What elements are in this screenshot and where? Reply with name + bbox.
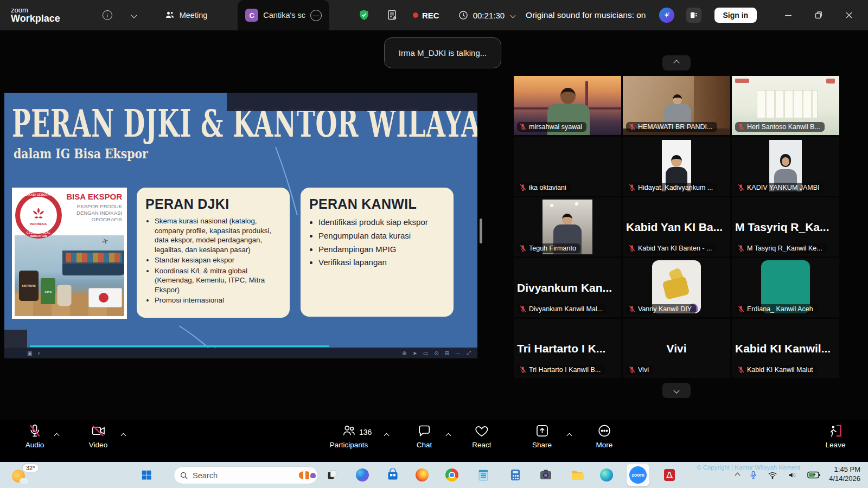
notepad-button[interactable]	[476, 467, 491, 483]
edge-button[interactable]	[599, 467, 614, 483]
participant-tile[interactable]: HEMAWATI BR PANDI...	[623, 76, 730, 135]
video-button[interactable]: Video	[89, 423, 107, 449]
muted-mic-icon	[519, 366, 527, 374]
wifi-icon[interactable]	[767, 470, 778, 480]
bullet: Pengumpulan data kurasi	[318, 230, 445, 242]
audio-button[interactable]: Audio	[25, 423, 44, 449]
next-page-icon[interactable]: ›	[37, 349, 40, 357]
notes-icon[interactable]: ▭	[423, 350, 428, 356]
weather-widget[interactable]: 32°	[12, 464, 39, 483]
chrome-button[interactable]	[444, 467, 459, 483]
more-button[interactable]: More	[596, 423, 613, 449]
muted-mic-icon	[628, 366, 636, 374]
view-layout-icon[interactable]	[686, 8, 701, 23]
camera-button[interactable]	[538, 467, 553, 483]
system-tray	[736, 462, 821, 488]
participant-name-pill: Divyankum Kanwil Mal...	[517, 304, 607, 314]
bullet: Standar kesiapan ekspor	[155, 255, 281, 265]
ai-companion-icon[interactable]	[659, 8, 674, 23]
participants-options-chevron[interactable]	[385, 430, 388, 440]
tray-mic-icon[interactable]	[749, 470, 758, 480]
tray-chevron-icon[interactable]	[735, 472, 741, 478]
participant-tile[interactable]: M Tasyriq R_Ka... M Tasyriq R_Kanwil Ke.…	[732, 197, 839, 256]
sign-in-button[interactable]: Sign in	[714, 8, 757, 23]
chat-button[interactable]: Chat	[417, 423, 432, 449]
acrobat-button[interactable]	[662, 467, 677, 483]
participant-tile[interactable]: Erdiana_ Kanwil Aceh	[732, 258, 839, 317]
active-speaker-toast: Irma M_DJKI is talking...	[384, 37, 501, 68]
file-explorer-button[interactable]	[570, 467, 585, 483]
zoom-in-icon[interactable]: ⊕	[402, 350, 406, 356]
more-label: More	[596, 441, 613, 449]
store-button[interactable]	[385, 467, 400, 483]
taskbar-clock[interactable]: 1:45 PM 4/14/2026	[829, 465, 860, 484]
task-view-button[interactable]	[324, 467, 340, 483]
participant-tile[interactable]: Divyankum Kan... Divyankum Kanwil Mal...	[514, 258, 621, 317]
calculator-button[interactable]	[508, 467, 523, 483]
participant-tile[interactable]: Teguh Firmanto	[514, 197, 621, 256]
page-icon[interactable]: ▣	[27, 350, 32, 356]
participant-tile[interactable]: KADIV YANKUM JAMBI	[732, 137, 839, 196]
share-button[interactable]: Share	[532, 423, 552, 449]
participant-name-pill: Heri Santoso Kanwil B...	[735, 122, 825, 132]
rec-label: REC	[422, 11, 439, 20]
broadcast-icon[interactable]: ⊙	[434, 350, 438, 356]
bullet: Promosi internasional	[155, 296, 281, 305]
share-options-chevron[interactable]	[567, 430, 571, 440]
leave-button[interactable]: Leave	[826, 423, 846, 449]
restore-button[interactable]	[810, 11, 827, 19]
pointer-icon[interactable]: ➤	[412, 350, 417, 356]
chevron-down-icon[interactable]	[131, 12, 137, 18]
close-button[interactable]	[841, 11, 857, 19]
bullet: Pendampingan MPIG	[318, 243, 445, 255]
apps-icon[interactable]: ⊞	[445, 350, 449, 356]
participant-tile[interactable]: Hidayat, Kadivyankum ...	[623, 137, 730, 196]
muted-mic-icon	[628, 305, 636, 313]
security-shield-icon[interactable]	[358, 9, 371, 22]
info-icon[interactable]	[103, 10, 112, 20]
fullscreen-icon[interactable]: ⤢	[467, 350, 471, 356]
clock-time: 1:45 PM	[829, 465, 860, 474]
video-label: Video	[89, 441, 107, 449]
firefox-button[interactable]	[414, 467, 430, 483]
camera-icon	[539, 469, 552, 481]
battery-icon[interactable]	[807, 470, 821, 480]
participant-tile[interactable]: Vivi Vivi	[623, 319, 730, 378]
participant-tile[interactable]: Heri Santoso Kanwil B...	[732, 76, 839, 135]
muted-mic-icon	[737, 366, 745, 374]
card-djki-title: PERAN DJKI	[145, 196, 281, 212]
muted-camera-icon	[91, 423, 105, 438]
participant-tile[interactable]: Tri Hartarto I K... Tri Hartarto I Kanwi…	[514, 319, 621, 378]
tab-options-icon[interactable]	[310, 10, 322, 21]
tab-screen-share[interactable]: C Cantika's sc	[238, 0, 329, 30]
participant-tile[interactable]: Vanny Kanwil DIY	[623, 258, 730, 317]
participant-tile[interactable]: mirsahwal syawal	[514, 76, 621, 135]
screen-share-scrollbar[interactable]	[480, 219, 482, 243]
react-button[interactable]: React	[472, 423, 491, 449]
muted-mic-icon	[628, 245, 636, 252]
copilot-button[interactable]	[355, 467, 370, 483]
tab-meeting-label: Meeting	[180, 11, 208, 20]
share-tab-avatar: C	[245, 9, 258, 22]
active-speaker-text: Irma M_DJKI is talking...	[399, 48, 487, 57]
tab-meeting[interactable]: Meeting	[164, 10, 208, 21]
more-options-icon[interactable]: ⋯	[455, 350, 461, 356]
zoom-app-button-active[interactable]: zoom	[627, 464, 649, 486]
start-button[interactable]	[139, 467, 154, 483]
speaker-icon[interactable]	[787, 470, 798, 480]
gallery-scroll-up-button[interactable]	[662, 55, 691, 70]
participant-tile[interactable]: Kabid Yan KI Ba... Kabid Yan KI Banten -…	[623, 197, 730, 256]
chat-options-chevron[interactable]	[446, 430, 450, 440]
video-options-chevron[interactable]	[122, 430, 125, 440]
participant-name-pill: mirsahwal syawal	[517, 122, 586, 132]
audio-options-chevron[interactable]	[55, 430, 59, 440]
participant-tile[interactable]: ika oktaviani	[514, 137, 621, 196]
participant-tile[interactable]: Kabid KI Kanwil... Kabid KI Kanwil Malut	[732, 319, 839, 378]
original-sound-status[interactable]: Original sound for musicians: on	[526, 10, 646, 20]
minimize-button[interactable]	[780, 11, 796, 19]
taskbar-search[interactable]: Search	[174, 466, 318, 484]
timer-chevron-icon[interactable]	[510, 12, 516, 18]
gallery-scroll-down-button[interactable]	[662, 383, 691, 398]
transcript-icon[interactable]	[386, 9, 399, 22]
muted-mic-icon	[737, 305, 745, 313]
